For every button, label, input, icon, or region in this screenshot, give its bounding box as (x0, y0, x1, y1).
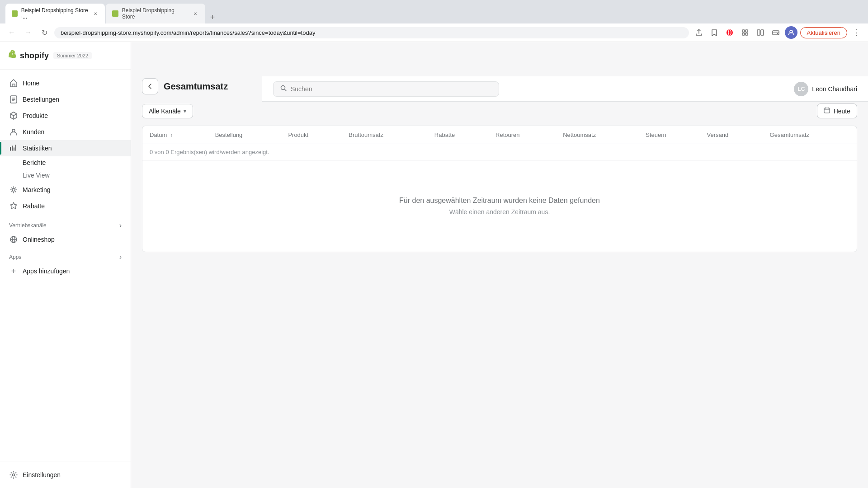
svg-rect-10 (773, 31, 779, 35)
browser-chrome: Beispiel Dropshipping Store ·... ✕ Beisp… (0, 0, 868, 23)
season-badge: Sommer 2022 (53, 52, 92, 59)
svg-point-11 (777, 33, 778, 34)
sidebar-item-settings[interactable]: Einstellungen (0, 467, 131, 483)
tab-favicon-1 (12, 10, 18, 17)
vertriebskanaele-label: Vertriebskanäle (9, 222, 47, 229)
apps-section: Apps › (0, 248, 131, 263)
opera-button[interactable] (723, 26, 736, 39)
th-produkt: Produkt (281, 126, 341, 144)
main-wrapper: LC Leon Chaudhari Gesamtumsatz Drucken E… (131, 42, 868, 488)
home-icon (9, 79, 18, 88)
empty-state-subtitle: Wähle einen anderen Zeitraum aus. (151, 208, 848, 216)
svg-rect-8 (757, 30, 760, 35)
vertriebskanaele-section: Vertriebskanäle › (0, 216, 131, 231)
th-retouren: Retouren (488, 126, 556, 144)
date-filter-label: Heute (834, 108, 850, 115)
browser-tab-1[interactable]: Beispiel Dropshipping Store ·... ✕ (5, 4, 105, 23)
bookmark-button[interactable] (708, 26, 721, 39)
extensions-button[interactable] (739, 26, 751, 39)
sidebar-item-rabatte[interactable]: Rabatte (0, 198, 131, 214)
products-icon (9, 111, 18, 120)
th-bestellung-label: Bestellung (215, 131, 243, 138)
tab-close-2[interactable]: ✕ (192, 10, 199, 17)
sidebar-item-statistiken[interactable]: Statistiken (0, 140, 131, 156)
sidebar-item-marketing[interactable]: Marketing (0, 182, 131, 198)
shopify-icon (7, 49, 17, 62)
tab-title-2: Beispiel Dropshipping Store (122, 7, 188, 20)
user-avatar[interactable]: LC (794, 82, 808, 96)
report-card: Datum ↑ Bestellung Produkt Bruttoumsatz (142, 126, 857, 252)
split-view-button[interactable] (754, 26, 767, 39)
page-title: Gesamtumsatz (164, 81, 228, 92)
th-datum-label: Datum (150, 131, 167, 138)
th-produkt-label: Produkt (288, 131, 308, 138)
calendar-icon (824, 107, 830, 115)
sidebar-item-kunden[interactable]: Kunden (0, 124, 131, 140)
th-rabatte-label: Rabatte (434, 131, 455, 138)
shopify-text: shopify (20, 51, 49, 61)
active-bar (0, 142, 1, 155)
sidebar-item-onlineshop[interactable]: Onlineshop (0, 231, 131, 248)
search-icon (280, 84, 287, 94)
th-datum[interactable]: Datum ↑ (142, 126, 208, 144)
tab-bar: Beispiel Dropshipping Store ·... ✕ Beisp… (5, 4, 863, 23)
tab-close-1[interactable]: ✕ (92, 10, 99, 17)
results-count: 0 von 0 Ergebnis(sen) wird/werden angeze… (142, 144, 857, 160)
sidebar-item-rabatte-label: Rabatte (23, 202, 45, 210)
page-title-area: Gesamtumsatz (142, 78, 228, 94)
sidebar-item-home[interactable]: Home (0, 75, 131, 91)
sidebar-item-onlineshop-label: Onlineshop (23, 236, 55, 243)
statistiken-sub-nav: Berichte Live View (0, 156, 131, 182)
svg-rect-6 (742, 33, 745, 35)
filter-chevron-icon: ▾ (184, 108, 186, 114)
report-table: Datum ↑ Bestellung Produkt Bruttoumsatz (142, 126, 857, 160)
forward-nav-button[interactable]: → (22, 26, 34, 39)
sidebar-item-marketing-label: Marketing (23, 186, 50, 193)
empty-state-title: Für den ausgewählten Zeitraum wurden kei… (151, 197, 848, 205)
date-filter-button[interactable]: Heute (817, 103, 857, 118)
browser-actions: Aktualisieren ⋮ (693, 26, 863, 39)
sidebar-item-produkte-label: Produkte (23, 112, 48, 119)
back-nav-button[interactable]: ← (5, 26, 18, 39)
user-name: Leon Chaudhari (812, 85, 857, 93)
sidebar-item-berichte[interactable]: Berichte (0, 156, 131, 169)
channel-filter-button[interactable]: Alle Kanäle ▾ (142, 104, 193, 118)
svg-point-2 (726, 29, 733, 36)
sidebar-item-bestellungen[interactable]: Bestellungen (0, 91, 131, 108)
top-bar: LC Leon Chaudhari (262, 76, 868, 102)
sidebar-item-produkte[interactable]: Produkte (0, 108, 131, 124)
share-button[interactable] (693, 26, 705, 39)
back-button[interactable] (142, 78, 158, 94)
customers-icon (9, 127, 18, 136)
new-tab-button[interactable]: + (206, 11, 219, 23)
th-rabatte: Rabatte (427, 126, 488, 144)
marketing-icon (9, 185, 18, 194)
browser-user-avatar[interactable] (785, 26, 797, 39)
stats-icon (9, 144, 18, 153)
filters-bar: Alle Kanäle ▾ Heute (142, 103, 857, 118)
th-steuern: Steuern (638, 126, 699, 144)
wallet-button[interactable] (769, 26, 782, 39)
th-gesamtumsatz-label: Gesamtumsatz (770, 131, 809, 138)
expand-icon[interactable]: › (119, 221, 122, 230)
th-bruttoumsatz: Bruttoumsatz (341, 126, 427, 144)
address-bar[interactable] (54, 27, 689, 38)
sidebar-item-apps-add[interactable]: + Apps hinzufügen (0, 263, 131, 279)
update-button[interactable]: Aktualisieren (800, 27, 847, 38)
shopify-logo: shopify Sommer 2022 (7, 49, 92, 62)
tab-title-1: Beispiel Dropshipping Store ·... (21, 7, 89, 20)
empty-state: Für den ausgewählten Zeitraum wurden kei… (142, 160, 857, 252)
reload-nav-button[interactable]: ↻ (38, 26, 51, 39)
search-input[interactable] (291, 85, 492, 93)
apps-expand-icon[interactable]: › (119, 253, 122, 261)
sidebar-item-home-label: Home (23, 80, 39, 87)
browser-tab-2[interactable]: Beispiel Dropshipping Store ✕ (106, 4, 205, 23)
onlineshop-icon (9, 235, 18, 244)
more-options-button[interactable]: ⋮ (850, 26, 863, 39)
sort-icon: ↑ (170, 133, 173, 138)
sidebar-item-live-view[interactable]: Live View (0, 169, 131, 182)
svg-point-1 (113, 11, 118, 16)
th-steuern-label: Steuern (646, 131, 666, 138)
svg-rect-5 (745, 30, 748, 32)
sidebar-item-berichte-label: Berichte (23, 159, 46, 166)
